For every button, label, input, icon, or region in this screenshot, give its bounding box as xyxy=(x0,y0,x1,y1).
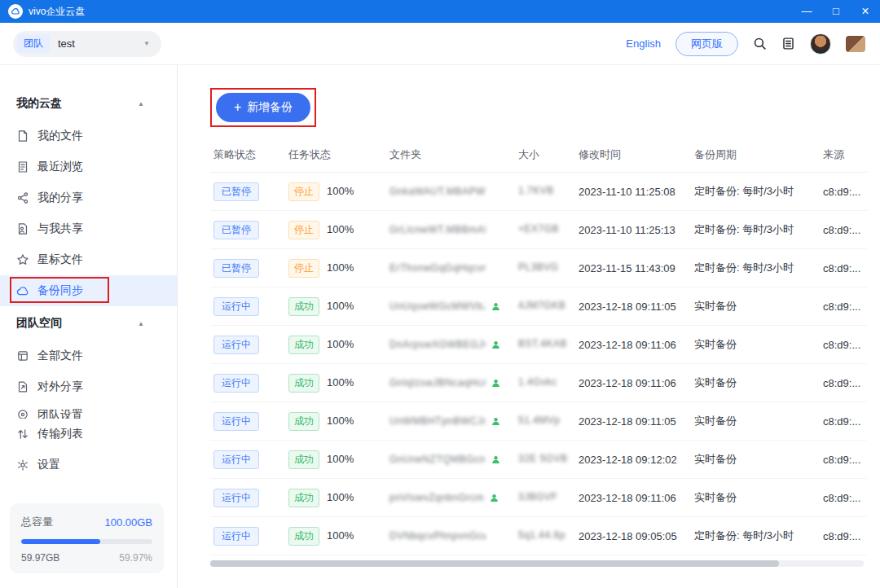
backup-row[interactable]: 运行中成功100%DVNbqcvPhnpvnGcw5q1.44.6p2023-1… xyxy=(210,517,867,555)
backup-row[interactable]: 运行中成功100%GnUneNZTQMBGcnw32E 5GVB2023-12-… xyxy=(210,441,867,479)
sidebar-item-recent[interactable]: 最近浏览 xyxy=(0,151,177,182)
add-backup-label: 新增备份 xyxy=(247,100,293,115)
user-avatar[interactable] xyxy=(810,33,831,55)
policy-status-badge: 运行中 xyxy=(213,412,259,431)
storage-panel: 总容量 100.00GB 59.97GB 59.97% xyxy=(10,503,164,573)
sidebar-item-external-share[interactable]: 对外分享 xyxy=(0,371,177,402)
sidebar-item-label: 全部文件 xyxy=(37,349,83,363)
source: c8:d9:... xyxy=(823,301,867,313)
task-status-badge: 成功 xyxy=(288,450,319,469)
file-size: BST.4KAB xyxy=(518,338,567,349)
policy-status-badge: 已暂停 xyxy=(213,182,259,201)
toolbar-right: English 网页版 xyxy=(626,32,865,56)
sidebar: 我的云盘▲我的文件最近浏览我的分享与我共享星标文件备份同步团队空间▲全部文件对外… xyxy=(0,65,178,588)
sidebar-group-team-space[interactable]: 团队空间▲ xyxy=(0,306,177,340)
policy-status-badge: 运行中 xyxy=(213,527,259,546)
backup-row[interactable]: 运行中成功100%DnArpswXGWBEGJvcBST.4KAB2023-12… xyxy=(210,326,867,364)
sidebar-nav: 我的云盘▲我的文件最近浏览我的分享与我共享星标文件备份同步团队空间▲全部文件对外… xyxy=(0,65,177,480)
source: c8:d9:... xyxy=(823,530,867,542)
backup-cycle: 实时备份 xyxy=(694,452,823,467)
file-size: 1.4Gvkc xyxy=(518,376,557,388)
language-link[interactable]: English xyxy=(626,37,661,50)
sidebar-item-settings[interactable]: 设置 xyxy=(0,450,177,480)
titlebar: vivo企业云盘 — □ × xyxy=(0,0,880,23)
file-size: 4JM7GKB xyxy=(518,300,565,311)
backup-row[interactable]: 已暂停停止100%GnkaWAUT.MBAPWHL1.7KVB2023-11-1… xyxy=(210,173,867,211)
column-header: 大小 xyxy=(518,147,579,162)
shared-icon xyxy=(16,222,29,235)
table-header: 策略状态任务状态文件夹大小修改时间备份周期来源 xyxy=(210,137,867,173)
minimize-button[interactable]: — xyxy=(792,0,821,23)
member-icon xyxy=(491,454,501,465)
progress-percent: 100% xyxy=(327,300,354,312)
document-icon[interactable] xyxy=(781,37,795,50)
sidebar-item-shared-with-me[interactable]: 与我共享 xyxy=(0,213,177,244)
modified-time: 2023-12-18 09:12:02 xyxy=(579,454,694,466)
sidebar-item-my-files[interactable]: 我的文件 xyxy=(0,121,177,151)
sidebar-item-backup-sync[interactable]: 备份同步 xyxy=(0,275,177,306)
source: c8:d9:... xyxy=(823,262,867,274)
column-header: 来源 xyxy=(823,147,867,162)
column-header: 策略状态 xyxy=(213,147,288,162)
sidebar-item-starred[interactable]: 星标文件 xyxy=(0,244,177,275)
annotation-box-add-backup: + 新增备份 xyxy=(210,88,316,127)
file-size: 3JBGVF xyxy=(518,491,557,502)
window-title: vivo企业云盘 xyxy=(29,5,85,19)
sidebar-item-label: 星标文件 xyxy=(37,252,83,267)
chevron-down-icon: ▼ xyxy=(143,40,150,47)
progress-percent: 100% xyxy=(327,529,354,542)
close-button[interactable]: × xyxy=(851,0,880,23)
modified-time: 2023-11-10 11:25:08 xyxy=(579,186,694,198)
sidebar-item-team-settings[interactable]: 团队设置 xyxy=(0,402,177,419)
search-icon[interactable] xyxy=(753,37,767,50)
web-version-button[interactable]: 网页版 xyxy=(675,32,738,56)
backup-row[interactable]: 运行中成功100%UnWMBHTpnBWCJcv51.4MVp2023-12-1… xyxy=(210,402,867,441)
window-controls: — □ × xyxy=(792,0,880,23)
backup-row[interactable]: 运行中成功100%GnIqlzswJBNcaqHcA1.4Gvkc2023-12… xyxy=(210,364,867,402)
add-backup-button[interactable]: + 新增备份 xyxy=(216,93,310,122)
member-icon xyxy=(489,493,499,503)
sidebar-item-transfer-list[interactable]: 传输列表 xyxy=(0,419,177,450)
policy-status-badge: 运行中 xyxy=(213,450,259,469)
circle-icon xyxy=(16,408,29,419)
app-icon[interactable] xyxy=(846,36,865,52)
team-selector[interactable]: 团队 test ▼ xyxy=(13,31,161,57)
policy-status-badge: 运行中 xyxy=(213,374,259,393)
scrollbar-thumb[interactable] xyxy=(210,560,779,567)
maximize-button[interactable]: □ xyxy=(821,0,851,23)
sidebar-group-my-cloud[interactable]: 我的云盘▲ xyxy=(0,86,177,121)
column-header: 修改时间 xyxy=(579,147,694,162)
body: 我的云盘▲我的文件最近浏览我的分享与我共享星标文件备份同步团队空间▲全部文件对外… xyxy=(0,65,880,588)
backup-row[interactable]: 运行中成功100%UnUqswWGcMWVbJm4JM7GKB2023-12-1… xyxy=(210,287,867,326)
folder-name: DVNbqcvPhnpvnGcw xyxy=(389,530,486,542)
sidebar-item-my-share[interactable]: 我的分享 xyxy=(0,182,177,213)
group-label: 我的云盘 xyxy=(16,96,62,111)
file-size: 32E 5GVB xyxy=(518,453,568,464)
sidebar-item-all-files[interactable]: 全部文件 xyxy=(0,340,177,371)
horizontal-scrollbar[interactable] xyxy=(210,560,864,567)
backup-row[interactable]: 已暂停停止100%ErThsnwGqGqHqcvnaPL3BVG2023-11-… xyxy=(210,249,867,287)
modified-time: 2023-12-18 09:11:06 xyxy=(579,492,694,504)
policy-status-badge: 运行中 xyxy=(213,336,259,354)
source: c8:d9:... xyxy=(823,415,867,428)
column-header: 任务状态 xyxy=(288,147,389,162)
column-header: 文件夹 xyxy=(389,147,518,162)
sidebar-item-label: 我的文件 xyxy=(37,129,83,143)
folder-name: ErThsnwGqGqHqcvna xyxy=(389,262,486,274)
modified-time: 2023-12-18 09:11:06 xyxy=(579,377,694,389)
folder-name: pnVlswvZqnbnGrcm xyxy=(389,492,484,503)
task-status-badge: 停止 xyxy=(288,259,319,278)
folder-name: GnUneNZTQMBGcnw xyxy=(389,454,486,465)
sidebar-item-label: 设置 xyxy=(37,458,60,472)
folder-name: GrLlcnwWT.MBBmABvM xyxy=(389,224,486,235)
backup-row[interactable]: 运行中成功100%pnVlswvZqnbnGrcm3JBGVF2023-12-1… xyxy=(210,479,867,517)
progress-percent: 100% xyxy=(327,223,354,235)
backup-cycle: 定时备份: 每时/3小时 xyxy=(694,184,823,199)
source: c8:d9:... xyxy=(823,339,867,351)
source: c8:d9:... xyxy=(823,492,867,504)
plus-icon: + xyxy=(234,101,241,114)
star-icon xyxy=(16,253,29,266)
backup-row[interactable]: 已暂停停止100%GrLlcnwWT.MBBmABvM+EX7GB2023-11… xyxy=(210,211,867,249)
folder-name: UnWMBHTpnBWCJcv xyxy=(389,415,486,427)
app-window: vivo企业云盘 — □ × 团队 test ▼ English 网页版 我的云… xyxy=(0,0,880,588)
